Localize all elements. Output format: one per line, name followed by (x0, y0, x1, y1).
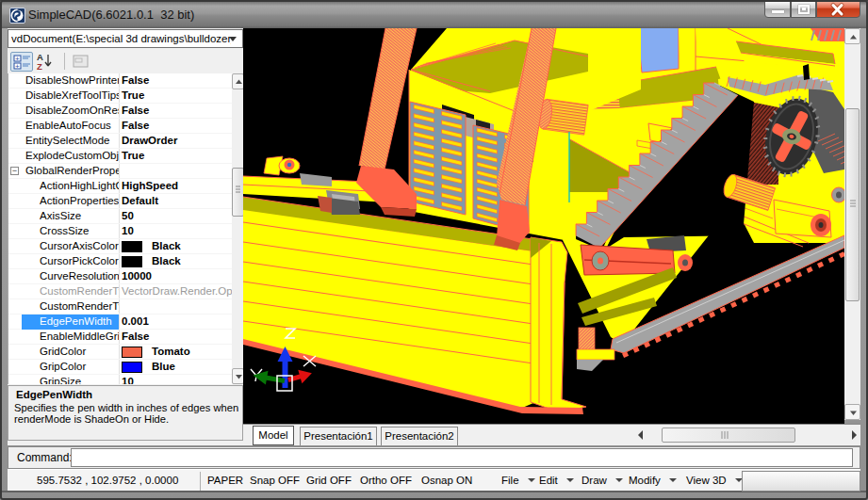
svg-text:Z: Z (37, 61, 42, 71)
svg-text:+: + (15, 62, 20, 71)
